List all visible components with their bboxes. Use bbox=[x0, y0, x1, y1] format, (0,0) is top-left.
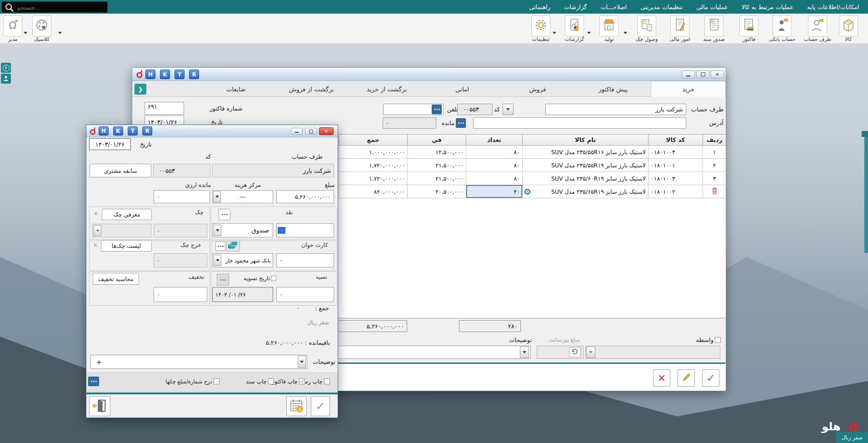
cheque-amount-field[interactable]: ۰ bbox=[154, 224, 207, 237]
cash-account-combo[interactable]: صندوق bbox=[212, 223, 273, 237]
customer-history-button[interactable]: سابقه مشتري bbox=[90, 164, 151, 177]
credit-amount-input[interactable]: ۰ bbox=[276, 287, 334, 302]
cheque-list-button[interactable]: لیست چک‌ها bbox=[101, 240, 152, 252]
cell-row-number[interactable]: ۳ bbox=[703, 172, 726, 185]
window-maximize-button[interactable] bbox=[696, 70, 709, 78]
menu-item-reports[interactable]: گزارشات bbox=[564, 4, 587, 10]
invoice-window-titlebar[interactable] bbox=[132, 68, 726, 81]
window-t-button[interactable]: T bbox=[175, 70, 185, 79]
toolbar-item-account-party[interactable]: طرف حساب bbox=[800, 15, 835, 42]
dialog-notes-combo-arrow[interactable] bbox=[298, 356, 306, 368]
col-header-price[interactable]: في bbox=[407, 134, 466, 146]
cell-code[interactable]: ۰۱۸۰۱۰۰۳ bbox=[648, 172, 703, 185]
cell-code[interactable]: ۰۱۸۰۱۰۰۲ bbox=[648, 185, 703, 198]
cell-qty[interactable]: ۸۰ bbox=[466, 146, 522, 159]
window-r-button[interactable]: R bbox=[189, 70, 199, 79]
tab-waste[interactable]: ضایعات bbox=[198, 81, 274, 97]
confirm-payment-button[interactable]: ✓ bbox=[311, 396, 330, 416]
cell-row-number[interactable]: ۱ bbox=[703, 146, 726, 159]
col-header-qty[interactable]: تعداد bbox=[466, 134, 522, 146]
eye-icon[interactable] bbox=[524, 189, 530, 195]
tab-consignment[interactable]: اماني bbox=[424, 81, 500, 97]
toolbar-item-invoice[interactable]: فاکتور bbox=[732, 15, 766, 42]
credit-more-button[interactable] bbox=[217, 274, 229, 286]
balance-more-button[interactable] bbox=[456, 118, 466, 128]
dialog-r-button[interactable]: R bbox=[142, 126, 152, 136]
toolbar-item-cheque-collection[interactable]: وصول چک bbox=[629, 15, 664, 42]
spend-cheque-field[interactable]: ۰ bbox=[154, 253, 207, 267]
edit-invoice-button[interactable] bbox=[678, 369, 695, 387]
cell-price[interactable]: ۱۲,۵۰۰,۰۰۰ bbox=[407, 146, 466, 159]
tab-proforma[interactable]: پیش فاکتور bbox=[575, 81, 651, 97]
cell-qty-selected[interactable]: ۴۰ bbox=[466, 185, 522, 198]
spend-cheque-clear-button[interactable]: ✕ bbox=[92, 242, 99, 249]
cash-more-button[interactable] bbox=[219, 209, 230, 220]
search-input[interactable] bbox=[16, 2, 107, 13]
dialog-close-button[interactable]: ✕ bbox=[319, 127, 334, 135]
cell-name[interactable]: لاستیک بارز سایز ۲۳۵/۶۵R۱۹ مدل SUV bbox=[522, 185, 648, 198]
middleman-combo-arrow[interactable] bbox=[586, 347, 595, 358]
account-party-dropdown-button[interactable] bbox=[503, 104, 514, 115]
payment-calendar-button[interactable]: $ bbox=[286, 396, 307, 416]
phone-more-button[interactable] bbox=[432, 105, 442, 114]
toolbar-item-finance[interactable]: امور مالی bbox=[663, 15, 697, 42]
menu-item-corrections[interactable]: اصلاحـــات bbox=[600, 4, 627, 10]
tabs-scroll-button[interactable]: ❯ bbox=[135, 84, 146, 95]
settle-date-checkbox[interactable] bbox=[271, 276, 276, 281]
tab-purchase[interactable]: خرید bbox=[651, 81, 726, 97]
cash-account-combo-arrow[interactable] bbox=[214, 225, 221, 236]
pos-more-button[interactable] bbox=[215, 241, 225, 251]
tab-sale-return[interactable]: برگشت از فروش bbox=[274, 81, 349, 97]
admin-dropdown-arrow-icon[interactable] bbox=[24, 32, 27, 34]
account-party-field[interactable]: شرکت بارز bbox=[545, 104, 686, 115]
cell-name[interactable]: لاستیک بارز سایز ۲۳۵/۵۵R۱۶ مدل SUV bbox=[522, 146, 648, 159]
print-options-more-button[interactable] bbox=[88, 377, 99, 386]
tab-purchase-return[interactable]: برگشت از خرید bbox=[349, 81, 424, 97]
cell-price[interactable]: ۲۱,۵۰۰,۰۰۰ bbox=[407, 172, 466, 185]
confirm-invoice-button[interactable]: ✓ bbox=[702, 369, 719, 387]
dialog-maximize-button[interactable] bbox=[305, 128, 317, 135]
col-header-row[interactable]: ردیف bbox=[703, 134, 726, 146]
dialog-k-button[interactable]: K bbox=[113, 126, 123, 136]
dialog-minimize-button[interactable] bbox=[291, 128, 303, 135]
menu-item-basics[interactable]: امکانات/اطلاعات پایه bbox=[807, 4, 859, 10]
cell-total[interactable]: ۱,۷۲۰,۰۰۰,۰۰۰ bbox=[339, 159, 407, 172]
toolbar-item-goods[interactable]: کالا bbox=[831, 15, 866, 42]
fx-balance-field[interactable]: ۰ bbox=[154, 190, 210, 203]
cell-price[interactable]: ۲۱,۵۰۰,۰۰۰ bbox=[407, 159, 466, 172]
cheque-clear-button[interactable]: ✕ bbox=[92, 210, 100, 217]
exit-dialog-button[interactable] bbox=[89, 396, 110, 416]
address-field[interactable] bbox=[473, 117, 686, 129]
side-user-button[interactable] bbox=[1, 74, 11, 84]
toolbar-item-admin[interactable]: Ω مدیر bbox=[2, 15, 24, 42]
balance-field[interactable]: ۰ bbox=[383, 117, 436, 129]
menu-item-management-settings[interactable]: تنظیمات مدیریتی bbox=[640, 4, 683, 10]
dialog-date-field[interactable]: ۱۴۰۳/۰۱/۲۶ bbox=[89, 138, 131, 150]
window-close-button[interactable]: ✕ bbox=[711, 70, 724, 78]
col-header-name[interactable]: نام کالا bbox=[522, 134, 648, 146]
menu-item-help[interactable]: راهنمائی bbox=[529, 4, 550, 10]
cell-code[interactable]: ۰۱۸۰۱۰۰۴ bbox=[648, 146, 703, 159]
trash-icon[interactable] bbox=[711, 187, 718, 196]
introduce-cheque-button[interactable]: معرفي چک bbox=[102, 209, 152, 220]
side-info-button[interactable]: i bbox=[1, 63, 11, 73]
dialog-notes-combo[interactable]: + bbox=[90, 355, 307, 369]
menu-item-financial-operations[interactable]: عملیات مالی bbox=[696, 4, 728, 10]
toolbar-item-issue-document[interactable]: صدور سند bbox=[697, 15, 731, 42]
tab-sale[interactable]: فروش bbox=[500, 81, 575, 97]
toolbar-item-settings[interactable]: تنظیمات bbox=[524, 15, 558, 42]
window-h-button[interactable]: H bbox=[145, 70, 155, 79]
insert-cheque-number-checkbox[interactable] bbox=[214, 378, 219, 384]
print-invoice-checkbox[interactable] bbox=[299, 378, 305, 384]
cell-qty[interactable]: ۸۰ bbox=[466, 159, 522, 172]
print-voucher-checkbox[interactable] bbox=[268, 378, 274, 384]
dialog-h-button[interactable]: H bbox=[99, 126, 109, 136]
pos-amount-input[interactable]: ۰ bbox=[276, 253, 334, 267]
cell-name[interactable]: لاستیک بارز سایز ۲۳۵/۵۵R۱۹ مدل SUV bbox=[522, 159, 648, 172]
invoice-number-field[interactable]: ۶۹۱ bbox=[145, 102, 184, 115]
code-field[interactable]: ۰۰۵۵۳ bbox=[457, 104, 493, 115]
cell-qty[interactable]: ۸۰ bbox=[466, 172, 522, 185]
pos-bank-combo[interactable]: بانک شهر محمود جار bbox=[212, 253, 273, 267]
window-notes-combo-arrow[interactable] bbox=[520, 347, 529, 358]
toolbar-item-production[interactable]: تولید bbox=[592, 15, 626, 42]
